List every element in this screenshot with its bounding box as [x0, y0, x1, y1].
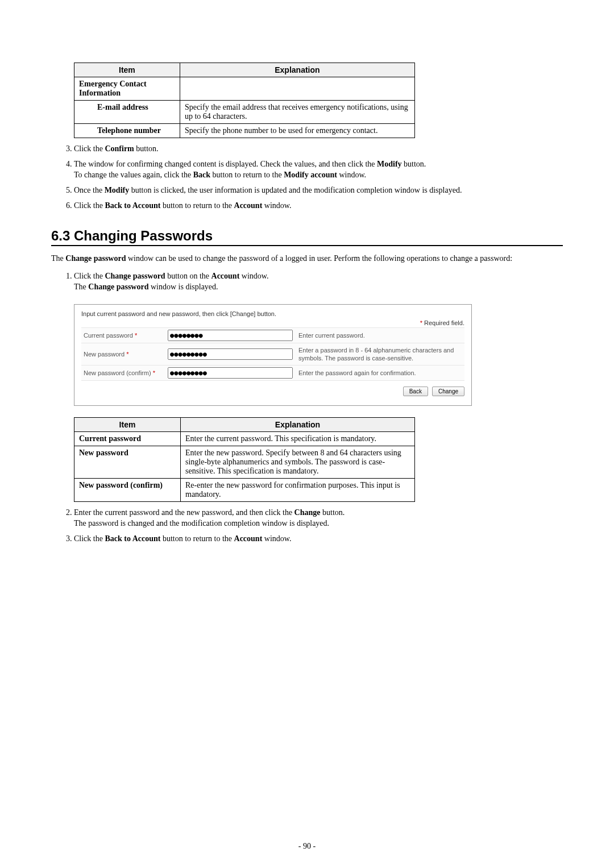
cell-item: Current password — [79, 434, 141, 443]
list-item: Click the Back to Account button to retu… — [74, 201, 563, 211]
change-button[interactable]: Change — [432, 387, 464, 396]
table-row: Telephone number Specify the phone numbe… — [74, 124, 415, 138]
table-header-item: Item — [74, 63, 180, 77]
confirm-password-input[interactable] — [168, 367, 293, 379]
table-header-item: Item — [74, 418, 181, 432]
list-item: The window for confirming changed conten… — [74, 159, 563, 181]
table-row: New password (confirm) Re-enter the new … — [74, 479, 415, 502]
table-row: Current password Enter the current passw… — [74, 432, 415, 446]
asterisk-icon: * — [126, 351, 128, 358]
confirm-password-row: New password (confirm) * Enter the passw… — [81, 366, 464, 381]
cell-explanation: Specify the phone number to be used for … — [180, 124, 414, 138]
new-password-row: New password * Enter a password in 8 - 6… — [81, 343, 464, 366]
current-password-desc: Enter current password. — [295, 330, 464, 340]
cell-item: E-mail address — [97, 103, 148, 111]
new-password-desc: Enter a password in 8 - 64 alphanumeric … — [295, 345, 464, 364]
back-button[interactable]: Back — [403, 387, 428, 396]
table-header-explanation: Explanation — [181, 418, 415, 432]
new-password-input[interactable] — [168, 348, 293, 360]
change-password-steps-1: Click the Change password button on the … — [74, 271, 563, 293]
required-field-legend: * Required field. — [81, 319, 464, 326]
cell-item: New password (confirm) — [79, 481, 163, 489]
table-row: Emergency Contact Information — [74, 77, 415, 101]
list-item: Click the Back to Account button to retu… — [74, 534, 563, 545]
change-password-fields-table: Item Explanation Current password Enter … — [74, 417, 415, 502]
cell-explanation: Enter the current password. This specifi… — [181, 432, 415, 446]
confirm-password-desc: Enter the password again for confirmatio… — [295, 368, 464, 378]
change-password-steps-2: Enter the current password and the new p… — [74, 508, 563, 545]
table-row: New password Enter the new password. Spe… — [74, 446, 415, 479]
new-password-label: New password * — [81, 350, 165, 359]
asterisk-icon: * — [135, 332, 137, 339]
cell-explanation: Re-enter the new password for confirmati… — [181, 479, 415, 502]
list-item: Click the Change password button on the … — [74, 271, 563, 293]
table-header-explanation: Explanation — [180, 63, 414, 77]
current-password-row: Current password * Enter current passwor… — [81, 327, 464, 343]
list-item: Once the Modify button is clicked, the u… — [74, 185, 563, 196]
list-item: Enter the current password and the new p… — [74, 508, 563, 529]
modify-steps-list: Click the Confirm button. The window for… — [74, 144, 563, 211]
cell-item: Emergency Contact Information — [79, 80, 147, 97]
emergency-contact-table: Item Explanation Emergency Contact Infor… — [74, 63, 415, 138]
cell-explanation — [180, 77, 414, 101]
cell-explanation: Enter the new password. Specify between … — [181, 446, 415, 479]
change-password-window-mock: Input current password and new password,… — [74, 304, 472, 406]
list-item: Click the Confirm button. — [74, 144, 563, 155]
current-password-label: Current password * — [81, 331, 165, 340]
mock-hint-text: Input current password and new password,… — [81, 310, 464, 317]
asterisk-icon: * — [153, 369, 155, 376]
section-heading: 6.3 Changing Passwords — [51, 228, 563, 246]
confirm-password-label: New password (confirm) * — [81, 368, 165, 377]
cell-item: New password — [79, 448, 128, 457]
current-password-input[interactable] — [168, 330, 293, 341]
cell-item: Telephone number — [97, 126, 161, 135]
table-row: E-mail address Specify the email address… — [74, 101, 415, 124]
cell-explanation: Specify the email address that receives … — [180, 101, 414, 124]
page-number: - 90 - — [0, 842, 614, 851]
intro-paragraph: The Change password window can be used t… — [51, 253, 563, 264]
